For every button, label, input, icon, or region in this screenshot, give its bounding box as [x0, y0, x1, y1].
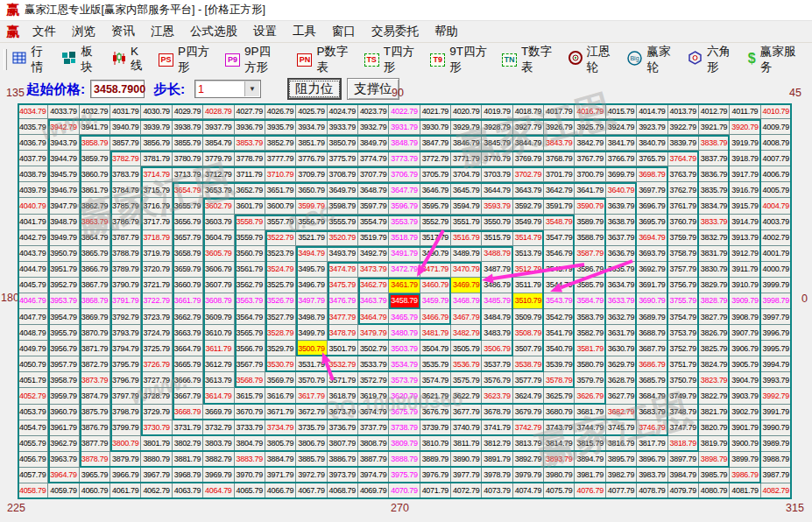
- price-cell[interactable]: 3864.79: [80, 230, 110, 246]
- price-cell[interactable]: 3745.79: [606, 420, 637, 436]
- price-cell[interactable]: 3667.79: [173, 388, 203, 404]
- price-cell[interactable]: 3640.79: [606, 182, 637, 198]
- price-cell[interactable]: 3752.79: [668, 341, 699, 356]
- price-cell[interactable]: 3722.79: [141, 293, 172, 309]
- price-cell[interactable]: 3634.79: [606, 278, 637, 293]
- price-cell[interactable]: 3520.79: [328, 230, 358, 246]
- price-cell[interactable]: 3791.79: [110, 293, 141, 309]
- price-cell[interactable]: 3532.79: [328, 356, 358, 372]
- price-cell[interactable]: 3647.79: [389, 182, 420, 198]
- price-cell[interactable]: 3783.79: [110, 166, 141, 182]
- price-cell[interactable]: 3515.79: [482, 230, 512, 246]
- price-cell[interactable]: 3806.79: [296, 436, 327, 452]
- price-cell[interactable]: 3774.79: [358, 151, 389, 166]
- price-cell[interactable]: 3983.79: [637, 468, 667, 483]
- price-cell[interactable]: 3536.79: [451, 356, 482, 372]
- price-cell[interactable]: 4027.79: [235, 103, 265, 119]
- price-cell[interactable]: 3504.79: [420, 341, 451, 356]
- price-cell[interactable]: 3620.79: [389, 388, 420, 404]
- price-cell[interactable]: 3893.79: [544, 452, 575, 468]
- price-cell[interactable]: 3904.79: [730, 372, 760, 388]
- price-cell[interactable]: 3777.79: [265, 151, 296, 166]
- price-cell[interactable]: 3886.79: [328, 452, 358, 468]
- price-cell[interactable]: 3585.79: [575, 278, 605, 293]
- toolbar-item-赢家服务[interactable]: $赢家服务: [748, 44, 797, 75]
- price-cell[interactable]: 3564.79: [235, 309, 265, 325]
- price-cell[interactable]: 3803.79: [203, 436, 234, 452]
- price-cell[interactable]: 4055.79: [18, 436, 48, 452]
- price-cell[interactable]: 4014.79: [637, 103, 667, 119]
- price-cell[interactable]: 3921.79: [699, 119, 730, 135]
- price-cell[interactable]: 3475.79: [328, 278, 358, 293]
- price-cell[interactable]: 3479.79: [358, 325, 389, 341]
- price-cell[interactable]: 3808.79: [358, 436, 389, 452]
- price-cell[interactable]: 3607.79: [203, 278, 234, 293]
- price-cell[interactable]: 3522.79: [265, 230, 296, 246]
- price-cell[interactable]: 4044.79: [18, 262, 48, 278]
- price-cell[interactable]: 3805.79: [265, 436, 296, 452]
- price-cell[interactable]: 3737.79: [358, 420, 389, 436]
- price-cell[interactable]: 3509.79: [513, 309, 544, 325]
- price-cell[interactable]: 3468.79: [451, 293, 482, 309]
- price-cell[interactable]: 3700.79: [575, 166, 605, 182]
- price-cell[interactable]: 3551.79: [451, 215, 482, 230]
- price-cell[interactable]: 3642.79: [544, 182, 575, 198]
- price-cell[interactable]: 3861.79: [80, 182, 110, 198]
- price-cell[interactable]: 3587.79: [575, 246, 605, 262]
- price-cell[interactable]: 3629.79: [606, 356, 637, 372]
- price-cell[interactable]: 4025.79: [296, 103, 327, 119]
- price-cell[interactable]: 3842.79: [575, 135, 605, 151]
- price-cell[interactable]: 3968.79: [173, 468, 203, 483]
- price-cell[interactable]: 3825.79: [699, 341, 730, 356]
- price-cell[interactable]: 3730.79: [141, 420, 172, 436]
- price-cell[interactable]: 4033.79: [48, 103, 79, 119]
- price-cell[interactable]: 3692.79: [637, 262, 667, 278]
- price-cell[interactable]: 3543.79: [544, 293, 575, 309]
- price-cell[interactable]: 3474.79: [328, 262, 358, 278]
- price-cell[interactable]: 4065.79: [235, 483, 265, 499]
- price-cell[interactable]: 4001.79: [761, 246, 792, 262]
- price-cell[interactable]: 3636.79: [606, 246, 637, 262]
- price-cell[interactable]: 3630.79: [606, 341, 637, 356]
- price-cell[interactable]: 3956.79: [48, 341, 79, 356]
- price-cell[interactable]: 4069.79: [358, 483, 389, 499]
- price-cell[interactable]: 3895.79: [606, 452, 637, 468]
- price-cell[interactable]: 4070.79: [389, 483, 420, 499]
- price-cell[interactable]: 3761.79: [668, 198, 699, 214]
- price-cell[interactable]: 3698.79: [637, 166, 667, 182]
- price-cell[interactable]: 3937.79: [203, 119, 234, 135]
- price-cell[interactable]: 3888.79: [389, 452, 420, 468]
- price-cell[interactable]: 3675.79: [389, 405, 420, 420]
- price-cell[interactable]: 3570.79: [296, 372, 327, 388]
- price-cell[interactable]: 3788.79: [110, 246, 141, 262]
- price-cell[interactable]: 3961.79: [48, 420, 79, 436]
- price-cell[interactable]: 3529.79: [265, 341, 296, 356]
- price-cell[interactable]: 3966.79: [110, 468, 141, 483]
- price-cell[interactable]: 3670.79: [235, 405, 265, 420]
- price-cell[interactable]: 3837.79: [699, 151, 730, 166]
- price-cell[interactable]: 3812.79: [482, 436, 512, 452]
- price-cell[interactable]: 3622.79: [451, 388, 482, 404]
- price-cell[interactable]: 3668.79: [173, 405, 203, 420]
- price-cell[interactable]: 4049.79: [18, 341, 48, 356]
- price-cell[interactable]: 3594.79: [451, 198, 482, 214]
- price-cell[interactable]: 3985.79: [699, 468, 730, 483]
- price-cell[interactable]: 3802.79: [173, 436, 203, 452]
- price-cell[interactable]: 3507.79: [513, 341, 544, 356]
- price-cell[interactable]: 3982.79: [606, 468, 637, 483]
- price-cell[interactable]: 3833.79: [699, 215, 730, 230]
- price-cell[interactable]: 4050.79: [18, 356, 48, 372]
- price-cell-center[interactable]: 3458.79: [389, 293, 420, 309]
- price-cell[interactable]: 3718.79: [141, 230, 172, 246]
- price-cell[interactable]: 3838.79: [699, 135, 730, 151]
- price-cell[interactable]: 3829.79: [699, 278, 730, 293]
- price-cell[interactable]: 3683.79: [637, 405, 667, 420]
- price-cell[interactable]: 3649.79: [328, 182, 358, 198]
- price-cell[interactable]: 3880.79: [141, 452, 172, 468]
- price-cell[interactable]: 3707.79: [358, 166, 389, 182]
- price-cell[interactable]: 3873.79: [80, 372, 110, 388]
- price-cell[interactable]: 3710.79: [265, 166, 296, 182]
- price-cell[interactable]: 3696.79: [637, 198, 667, 214]
- price-cell[interactable]: 3933.79: [328, 119, 358, 135]
- price-cell[interactable]: 3804.79: [235, 436, 265, 452]
